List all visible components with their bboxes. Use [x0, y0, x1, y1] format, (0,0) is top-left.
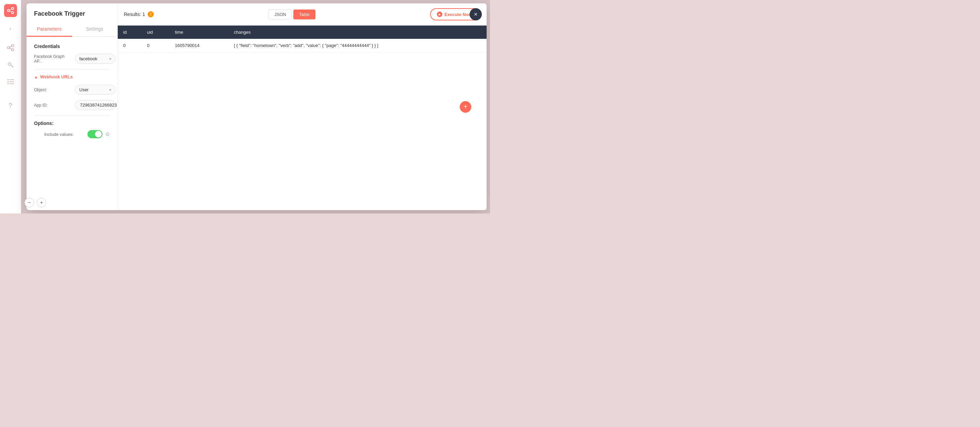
- svg-rect-6: [11, 45, 14, 47]
- sidebar-icon-help[interactable]: ?: [6, 101, 15, 110]
- col-changes: changes: [228, 25, 487, 39]
- cell-uid: 0: [142, 39, 169, 53]
- sidebar-icon-list[interactable]: [6, 77, 15, 86]
- table-container: id uid time changes 001605790014[ { "fie…: [118, 25, 487, 53]
- tab-parameters[interactable]: Parameters: [27, 23, 72, 37]
- col-time: time: [169, 25, 228, 39]
- credentials-select-value: facebook: [79, 56, 97, 61]
- sidebar-toggle[interactable]: ›: [6, 24, 15, 33]
- results-info: Results: 1 !: [124, 11, 154, 18]
- object-select-value: User: [79, 87, 89, 92]
- sidebar-icon-key[interactable]: [6, 60, 15, 70]
- include-values-toggle[interactable]: [88, 130, 102, 138]
- svg-rect-5: [8, 47, 10, 49]
- svg-line-3: [10, 9, 11, 10]
- object-field-row: Object: User ▾ ⚙: [34, 85, 110, 95]
- sidebar-icons: ?: [6, 43, 15, 110]
- section-divider: [34, 69, 110, 70]
- tab-settings[interactable]: Settings: [72, 23, 118, 37]
- object-chevron-icon: ▾: [109, 88, 111, 92]
- cell-id: 0: [118, 39, 142, 53]
- svg-point-1: [11, 8, 14, 10]
- object-select[interactable]: User ▾: [75, 85, 116, 95]
- svg-rect-7: [11, 49, 14, 51]
- info-icon: !: [148, 11, 154, 18]
- svg-point-2: [11, 11, 14, 14]
- modal-title: Facebook Trigger: [27, 3, 118, 23]
- sidebar-logo[interactable]: [4, 4, 17, 17]
- results-table: id uid time changes 001605790014[ { "fie…: [118, 25, 487, 53]
- toggle-group: ⚙: [88, 130, 110, 138]
- results-label: Results: 1: [124, 11, 145, 17]
- zoom-in-button[interactable]: +: [37, 198, 46, 207]
- zoom-controls: − +: [24, 198, 46, 207]
- col-uid: uid: [142, 25, 169, 39]
- left-panel: Facebook Trigger Parameters Settings Cre…: [27, 3, 118, 210]
- table-view-button[interactable]: Table: [293, 10, 315, 19]
- sidebar-icon-nodes[interactable]: [6, 43, 15, 53]
- include-values-label: Include values:: [44, 132, 74, 137]
- view-toggle: JSON Table: [269, 10, 315, 19]
- credentials-select[interactable]: facebook ▾: [75, 54, 116, 64]
- appid-field-label: App ID:: [34, 103, 72, 108]
- right-panel: Results: 1 ! JSON Table ▶ Execute Node: [118, 3, 487, 210]
- svg-line-9: [10, 48, 11, 50]
- right-panel-header: Results: 1 ! JSON Table ▶ Execute Node: [118, 3, 487, 25]
- object-field-label: Object:: [34, 88, 72, 92]
- svg-line-12: [12, 66, 13, 66]
- svg-line-4: [10, 11, 11, 12]
- modal-overlay: × Facebook Trigger Parameters Settings C…: [27, 3, 487, 210]
- json-view-button[interactable]: JSON: [269, 10, 292, 19]
- include-values-gear-icon[interactable]: ⚙: [105, 131, 110, 137]
- add-node-button[interactable]: +: [460, 101, 471, 113]
- appid-input[interactable]: 729638741266823: [75, 100, 116, 110]
- include-values-row: Include values: ⚙: [34, 130, 110, 138]
- sidebar: ›: [0, 0, 21, 214]
- svg-line-8: [10, 46, 11, 48]
- credentials-field-label: Facebook Graph AP...: [34, 54, 72, 64]
- appid-field-row: App ID: 729638741266823 ⚙: [34, 100, 110, 110]
- table-header-row: id uid time changes: [118, 25, 487, 39]
- chevron-up-icon: ▲: [34, 75, 38, 79]
- play-icon: ▶: [437, 11, 442, 17]
- webhook-section-header[interactable]: ▲ Webhook URLs: [34, 74, 110, 79]
- options-divider: [34, 115, 110, 116]
- zoom-out-button[interactable]: −: [24, 198, 34, 207]
- credentials-field-row: Facebook Graph AP... facebook ▾ ✎: [34, 54, 110, 64]
- credentials-title: Credentials: [34, 44, 110, 49]
- options-section: Options: Include values: ⚙: [34, 121, 110, 138]
- modal: × Facebook Trigger Parameters Settings C…: [27, 3, 487, 210]
- chevron-down-icon: ▾: [109, 57, 111, 61]
- options-label: Options:: [34, 121, 110, 126]
- tabs-row: Parameters Settings: [27, 23, 118, 37]
- cell-changes: [ { "field": "hometown", "verb": "add", …: [228, 39, 487, 53]
- left-panel-content: Credentials Facebook Graph AP... faceboo…: [27, 37, 118, 210]
- col-id: id: [118, 25, 142, 39]
- webhook-section-title: Webhook URLs: [40, 74, 73, 79]
- svg-point-0: [8, 10, 10, 11]
- table-row: 001605790014[ { "field": "hometown", "ve…: [118, 39, 487, 53]
- cell-time: 1605790014: [169, 39, 228, 53]
- close-button[interactable]: ×: [469, 8, 482, 21]
